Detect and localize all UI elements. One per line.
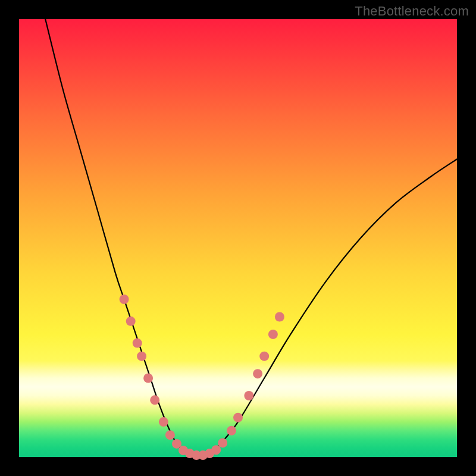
marker-dot bbox=[143, 374, 153, 383]
marker-dot bbox=[137, 352, 146, 361]
marker-dot bbox=[253, 369, 262, 378]
marker-dot bbox=[275, 312, 284, 322]
marker-group bbox=[120, 295, 284, 460]
marker-dot bbox=[218, 438, 227, 447]
curve-svg bbox=[19, 19, 457, 457]
watermark-text: TheBottleneck.com bbox=[355, 4, 469, 19]
marker-dot bbox=[126, 317, 136, 326]
marker-dot bbox=[244, 391, 253, 400]
plot-area bbox=[19, 19, 457, 457]
marker-dot bbox=[150, 395, 159, 405]
marker-dot bbox=[211, 445, 221, 455]
marker-dot bbox=[259, 352, 269, 361]
marker-dot bbox=[133, 339, 142, 348]
marker-dot bbox=[227, 426, 236, 436]
chart-frame: TheBottleneck.com bbox=[0, 0, 476, 476]
marker-dot bbox=[159, 417, 168, 427]
marker-dot bbox=[268, 330, 278, 339]
marker-dot bbox=[165, 430, 175, 440]
marker-dot bbox=[120, 295, 129, 304]
marker-dot bbox=[233, 413, 243, 422]
